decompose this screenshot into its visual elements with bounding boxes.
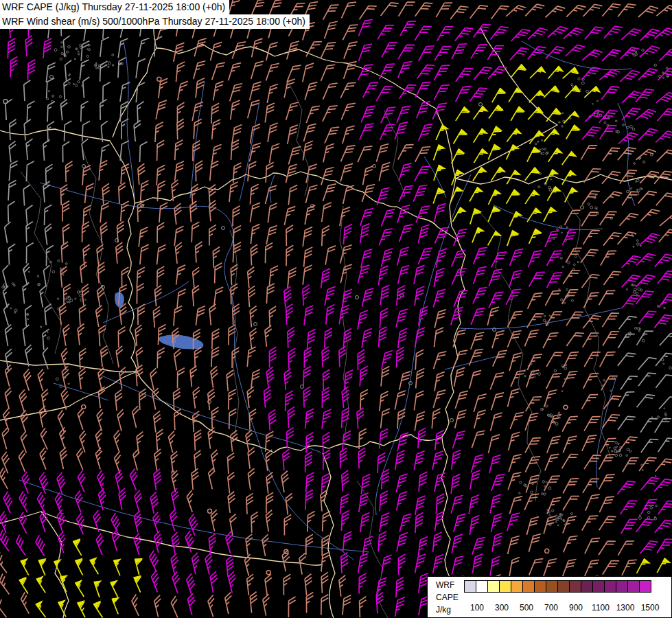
legend-scale: 100300500700900110013001500 (465, 579, 651, 617)
legend-color-box (581, 580, 593, 593)
legend-tick: 100 (470, 603, 484, 613)
legend-tick: 1100 (592, 603, 610, 613)
legend-color-box (522, 580, 535, 593)
legend-colorbar (465, 580, 651, 593)
legend-tick: 700 (544, 603, 558, 613)
legend-color-box (557, 580, 570, 593)
legend-panel: WRF CAPE J/kg 10030050070090011001300150… (427, 576, 672, 618)
legend-color-box (627, 580, 640, 593)
wind-shear-title: WRF Wind shear (m/s) 500/1000hPa Thursda… (0, 14, 310, 29)
legend-color-box (511, 580, 523, 593)
legend-color-box (487, 580, 500, 593)
legend-color-box (464, 580, 476, 593)
legend-tick: 300 (495, 603, 509, 613)
weather-map-canvas (0, 0, 672, 618)
legend-color-box (476, 580, 488, 593)
legend-color-box (569, 580, 581, 593)
legend-tick: 500 (520, 603, 533, 613)
legend-labels: WRF CAPE J/kg (436, 579, 465, 617)
legend-tick: 1300 (616, 603, 635, 613)
legend-color-box (604, 580, 616, 593)
legend-model-label: WRF (436, 579, 465, 591)
legend-unit-label: J/kg (436, 604, 465, 616)
legend-color-box (546, 580, 558, 593)
legend-tick: 1500 (641, 603, 660, 613)
legend-color-box (639, 580, 651, 593)
legend-color-box (499, 580, 511, 593)
legend-color-box (592, 580, 605, 593)
weather-map-page: WRF CAPE (J/kg) Thursday 27-11-2025 18:0… (0, 0, 672, 618)
legend-tick: 900 (569, 603, 583, 613)
legend-parameter-label: CAPE (436, 591, 465, 604)
legend-color-box (534, 580, 546, 593)
legend-color-box (616, 580, 628, 593)
map-titles: WRF CAPE (J/kg) Thursday 27-11-2025 18:0… (0, 0, 310, 29)
cape-title: WRF CAPE (J/kg) Thursday 27-11-2025 18:0… (0, 0, 229, 14)
legend-tick-labels: 100300500700900110013001500 (465, 603, 651, 614)
